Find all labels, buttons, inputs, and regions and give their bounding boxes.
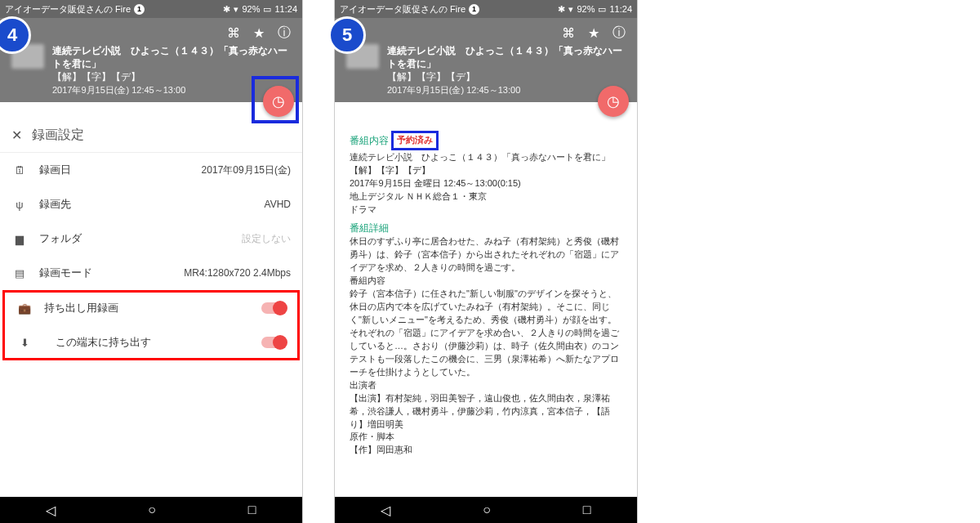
row-folder[interactable]: ▆ フォルダ 設定しない	[0, 221, 302, 256]
record-fab[interactable]: ◷	[598, 86, 629, 117]
row-to-device[interactable]: ⬇ この端末に持ち出す	[5, 325, 297, 358]
settings-header: ✕ 録画設定	[0, 118, 302, 153]
switch-to-device[interactable]	[261, 337, 286, 348]
bluetooth-icon: ✱	[223, 4, 230, 15]
row-record-date[interactable]: 🗓 録画日 2017年09月15日(金)	[0, 153, 302, 187]
star-icon[interactable]: ★	[253, 25, 265, 41]
row-takeout[interactable]: 💼 持ち出し用録画	[5, 293, 297, 325]
info-icon[interactable]: ⓘ	[612, 25, 626, 42]
download-icon: ⬇	[16, 337, 33, 349]
row-mode[interactable]: ▤ 録画モード MR4:1280x720 2.4Mbps	[0, 256, 302, 290]
star-icon[interactable]: ★	[588, 25, 599, 41]
home-icon[interactable]: ○	[483, 503, 491, 517]
back-icon[interactable]: ◁	[381, 503, 390, 518]
program-tags: 【解】【字】【デ】	[387, 70, 626, 83]
screenshot-step-4: 4 アイオーデータ販促さんの Fire1 ✱ ▾ 92% ▭ 11:24 ⌘ ★…	[0, 0, 302, 523]
reserved-badge: 予約済み	[391, 131, 439, 150]
recent-icon[interactable]: □	[248, 503, 256, 517]
wifi-icon: ▾	[568, 4, 573, 15]
android-navbar: ◁ ○ □	[335, 497, 637, 523]
back-icon[interactable]: ◁	[46, 503, 56, 518]
info-icon[interactable]: ⓘ	[278, 25, 291, 42]
clock-icon: ◷	[607, 92, 620, 110]
cast-icon[interactable]: ⌘	[562, 25, 575, 41]
highlight-box-red: 💼 持ち出し用録画 ⬇ この端末に持ち出す	[2, 290, 300, 360]
screenshot-step-5: 5 アイオーデータ販促さんの Fire1 ✱ ▾ 92% ▭ 11:24 ⌘ ★…	[335, 0, 637, 523]
usb-icon: ψ	[11, 199, 28, 211]
cast-icon[interactable]: ⌘	[227, 25, 240, 41]
program-header: ⌘ ★ ⓘ 連続テレビ小説 ひよっこ（１４３）「真っ赤なハートを君に」 【解】【…	[0, 18, 302, 102]
folder-icon: ▆	[11, 233, 28, 245]
program-title: 連続テレビ小説 ひよっこ（１４３）「真っ赤なハートを君に」	[387, 44, 626, 70]
battery-icon: ▭	[598, 4, 606, 15]
android-navbar: ◁ ○ □	[0, 497, 302, 523]
section-detail: 番組詳細	[350, 221, 622, 235]
section-content: 番組内容	[350, 135, 389, 146]
bluetooth-icon: ✱	[558, 4, 565, 15]
briefcase-icon: 💼	[16, 302, 33, 315]
program-info-body: 番組内容 予約済み 連続テレビ小説 ひよっこ（１４３）「真っ赤なハートを君に」【…	[335, 120, 637, 468]
step-badge: 5	[328, 16, 366, 54]
status-bar: アイオーデータ販促さんの Fire1 ✱ ▾ 92% ▭ 11:24	[0, 0, 302, 18]
program-header: ⌘ ★ ⓘ 連続テレビ小説 ひよっこ（１４３）「真っ赤なハートを君に」 【解】【…	[335, 18, 637, 102]
program-datetime: 2017年9月15日(金) 12:45～13:00	[387, 84, 626, 96]
recent-icon[interactable]: □	[583, 503, 591, 517]
row-record-dest[interactable]: ψ 録画先 AVHD	[0, 187, 302, 221]
calendar-icon: 🗓	[11, 164, 28, 177]
battery-icon: ▭	[263, 4, 271, 15]
program-title: 連続テレビ小説 ひよっこ（１４３）「真っ赤なハートを君に」	[52, 44, 291, 70]
highlight-box-blue	[252, 76, 299, 123]
status-bar: アイオーデータ販促さんの Fire1 ✱ ▾ 92% ▭ 11:24	[335, 0, 637, 18]
close-icon[interactable]: ✕	[11, 127, 22, 143]
switch-takeout[interactable]	[261, 302, 286, 314]
home-icon[interactable]: ○	[148, 503, 156, 517]
layers-icon: ▤	[11, 267, 28, 279]
wifi-icon: ▾	[234, 4, 238, 15]
